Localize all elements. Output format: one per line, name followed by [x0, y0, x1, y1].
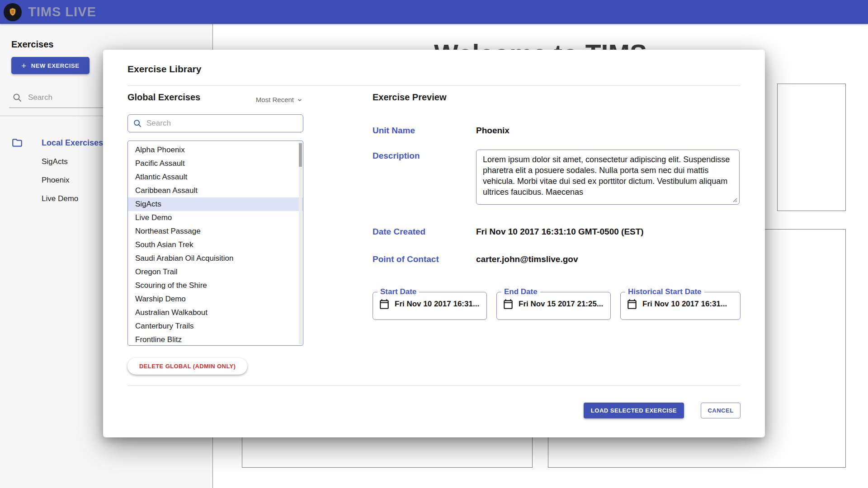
date-field-label: Historical Start Date	[625, 287, 704, 296]
global-exercises-heading: Global Exercises	[127, 92, 200, 103]
sort-dropdown[interactable]: Most Recent	[256, 96, 303, 103]
unit-name-value: Phoenix	[476, 126, 509, 136]
resize-handle-icon[interactable]	[731, 196, 738, 203]
search-icon	[12, 92, 23, 103]
unit-name-label: Unit Name	[373, 126, 415, 136]
global-exercise-list: Alpha PhoenixPacific AssaultAtlantic Ass…	[127, 141, 303, 346]
exercise-list-item[interactable]: Oregon Trail	[128, 265, 303, 279]
list-scrollbar-thumb[interactable]	[299, 143, 302, 167]
calendar-icon	[502, 298, 514, 310]
exercise-preview-heading: Exercise Preview	[373, 92, 446, 103]
list-scrollbar[interactable]	[299, 142, 302, 344]
date-field-label: End Date	[501, 287, 540, 296]
date-field[interactable]: End DateFri Nov 15 2017 21:25...	[496, 287, 611, 320]
date-created-label: Date Created	[373, 227, 425, 237]
plus-icon: +	[21, 61, 27, 70]
date-field[interactable]: Start DateFri Nov 10 2017 16:31...	[373, 287, 487, 320]
date-field[interactable]: Historical Start DateFri Nov 10 2017 16:…	[620, 287, 741, 320]
sort-label: Most Recent	[256, 96, 294, 103]
sidebar-heading: Exercises	[11, 39, 212, 50]
background-card	[777, 84, 846, 211]
exercise-library-modal: Exercise Library Global Exercises Most R…	[103, 50, 765, 437]
exercise-list-item[interactable]: Northeast Passage	[128, 225, 303, 238]
cancel-button[interactable]: CANCEL	[701, 403, 741, 418]
modal-search-input[interactable]	[146, 119, 298, 128]
exercise-list-item[interactable]: Australian Walkabout	[128, 306, 303, 319]
local-exercises-label: Local Exercises	[42, 138, 103, 148]
app-screen: TIMS LIVE Exercises + NEW EXERCISE Local…	[0, 0, 868, 488]
description-textarea[interactable]: Lorem ipsum dolor sit amet, consectetur …	[476, 150, 740, 205]
exercise-list-item[interactable]: Warship Demo	[128, 292, 303, 306]
exercise-list-item[interactable]: SigActs	[128, 197, 303, 211]
exercise-list-item[interactable]: Atlantic Assault	[128, 170, 303, 184]
exercise-list-item[interactable]: Alpha Phoenix	[128, 143, 303, 157]
new-exercise-label: NEW EXERCISE	[31, 62, 80, 69]
delete-global-button[interactable]: DELETE GLOBAL (ADMIN ONLY)	[127, 358, 247, 375]
app-title: TIMS LIVE	[28, 5, 96, 19]
description-label: Description	[373, 151, 420, 161]
exercise-list-item[interactable]: Live Demo	[128, 211, 303, 225]
exercise-preview-panel: Exercise Preview Unit Name Phoenix Descr…	[373, 50, 741, 437]
calendar-icon	[378, 298, 390, 310]
date-field-label: Start Date	[377, 287, 419, 296]
exercise-list-item[interactable]: Caribbean Assault	[128, 184, 303, 197]
date-field-body: Fri Nov 10 2017 16:31...	[373, 296, 486, 314]
point-of-contact-value: carter.john@timslive.gov	[476, 254, 578, 264]
exercise-list-item[interactable]: Scouring of the Shire	[128, 279, 303, 292]
chevron-down-icon	[296, 96, 303, 103]
exercise-list-item[interactable]: Pacific Assault	[128, 157, 303, 170]
topbar: TIMS LIVE	[0, 0, 868, 24]
app-logo-icon	[4, 3, 22, 21]
folder-icon	[11, 137, 23, 149]
exercise-list-item[interactable]: South Asian Trek	[128, 238, 303, 252]
modal-footer-divider	[127, 385, 741, 386]
new-exercise-button[interactable]: + NEW EXERCISE	[11, 57, 90, 74]
exercise-list-item[interactable]: Canterbury Trails	[128, 319, 303, 333]
modal-search	[127, 114, 303, 132]
point-of-contact-label: Point of Contact	[373, 254, 439, 264]
date-field-value: Fri Nov 15 2017 21:25...	[519, 300, 603, 309]
description-text: Lorem ipsum dolor sit amet, consectetur …	[483, 154, 733, 197]
load-selected-exercise-button[interactable]: LOAD SELECTED EXERCISE	[584, 403, 684, 418]
date-created-value: Fri Nov 10 2017 16:31:10 GMT-0500 (EST)	[476, 227, 644, 237]
date-fields: Start DateFri Nov 10 2017 16:31...End Da…	[373, 287, 741, 320]
global-exercises-panel: Global Exercises Most Recent Alpha Phoen…	[127, 50, 303, 437]
modal-footer: LOAD SELECTED EXERCISE CANCEL	[584, 403, 741, 418]
date-field-body: Fri Nov 15 2017 21:25...	[497, 296, 610, 314]
date-field-value: Fri Nov 10 2017 16:31...	[642, 300, 727, 309]
exercise-list-item[interactable]: Saudi Arabian Oil Acquisition	[128, 252, 303, 265]
date-field-body: Fri Nov 10 2017 16:31...	[621, 296, 740, 314]
exercise-list-item[interactable]: Frontline Blitz	[128, 333, 303, 346]
date-field-value: Fri Nov 10 2017 16:31...	[395, 300, 479, 309]
search-icon	[132, 118, 142, 128]
calendar-icon	[626, 298, 638, 310]
